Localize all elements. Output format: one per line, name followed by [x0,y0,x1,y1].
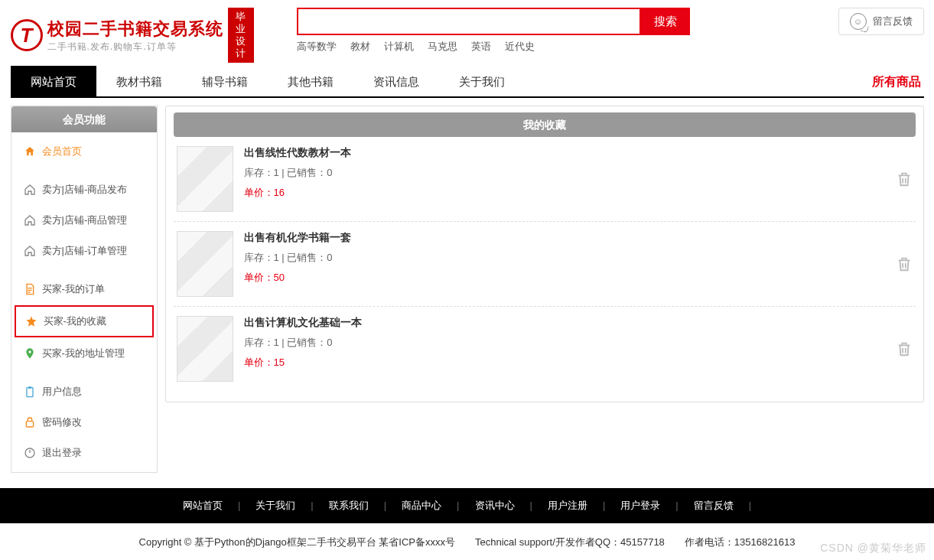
sidebar-item-label: 退出登录 [42,446,82,460]
sidebar-item-label: 买家-我的地址管理 [42,347,125,360]
search-button[interactable]: 搜索 [641,8,690,35]
nav-all-products[interactable]: 所有商品 [872,66,924,96]
svg-rect-1 [27,388,33,397]
sidebar-item[interactable]: 买家-我的订单 [15,275,154,304]
power-icon [24,447,36,459]
home-outline-icon [24,184,36,196]
sidebar-item[interactable]: 用户信息 [15,377,154,406]
nav-item[interactable]: 辅导书籍 [182,66,268,96]
logo-title: 校园二手书籍交易系统 [47,18,223,41]
favorite-item: 出售有机化学书籍一套库存：1 | 已销售：0单价：50 [174,222,916,307]
hot-keyword[interactable]: 英语 [471,40,491,54]
book-thumbnail[interactable] [177,316,233,382]
logo-subtitle: 二手书籍.发布.购物车.订单等 [47,41,223,54]
sidebar-item-label: 买家-我的收藏 [44,314,106,328]
doc-icon [24,283,36,295]
sidebar-item-label: 密码修改 [42,415,82,429]
svg-point-0 [28,350,31,353]
headset-icon: ☺ [850,13,867,30]
footer-link[interactable]: 用户注册 [540,500,595,511]
sidebar-item[interactable]: 卖方|店铺-商品管理 [15,206,154,235]
sidebar-item-label: 买家-我的订单 [42,282,105,296]
sidebar-item-label: 卖方|店铺-订单管理 [42,244,128,258]
nav-item[interactable]: 教材书籍 [96,66,182,96]
favorite-item: 出售线性代数教材一本库存：1 | 已销售：0单价：16 [174,137,916,222]
favorite-price: 单价：50 [244,271,351,285]
book-thumbnail[interactable] [177,231,233,297]
book-thumbnail[interactable] [177,146,233,212]
sidebar: 会员功能 会员首页卖方|店铺-商品发布卖方|店铺-商品管理卖方|店铺-订单管理买… [11,106,158,473]
delete-icon[interactable] [896,340,913,358]
sidebar-item-label: 会员首页 [42,145,82,158]
favorite-stock: 库存：1 | 已销售：0 [244,336,362,350]
nav-item[interactable]: 资讯信息 [353,66,439,96]
favorite-stock: 库存：1 | 已销售：0 [244,251,351,265]
location-icon [24,347,36,360]
hot-keyword[interactable]: 近代史 [505,40,535,54]
delete-icon[interactable] [896,255,913,273]
svg-rect-2 [28,386,31,389]
footer-link[interactable]: 联系我们 [321,500,376,511]
sidebar-item[interactable]: 卖方|店铺-商品发布 [15,175,154,204]
star-icon [25,315,37,327]
sidebar-item[interactable]: 会员首页 [15,137,154,166]
footer-link[interactable]: 网站首页 [175,500,230,511]
footer-link[interactable]: 关于我们 [248,500,303,511]
home-outline-icon [24,214,36,226]
content-panel: 我的收藏 出售线性代数教材一本库存：1 | 已销售：0单价：16出售有机化学书籍… [165,106,924,402]
favorite-stock: 库存：1 | 已销售：0 [244,166,351,180]
sidebar-item[interactable]: 退出登录 [15,438,154,467]
footer-link[interactable]: 留言反馈 [686,500,741,511]
sidebar-item[interactable]: 买家-我的地址管理 [15,339,154,368]
footer-link[interactable]: 商品中心 [394,500,449,511]
sidebar-item[interactable]: 密码修改 [15,408,154,437]
nav-item[interactable]: 网站首页 [11,66,96,96]
sidebar-item[interactable]: 买家-我的收藏 [15,305,154,337]
footer-nav: 网站首页|关于我们|联系我们|商品中心|资讯中心|用户注册|用户登录|留言反馈| [0,488,934,523]
favorite-price: 单价：15 [244,356,362,370]
favorite-title[interactable]: 出售有机化学书籍一套 [244,231,351,245]
favorite-price: 单价：16 [244,186,351,200]
nav-item[interactable]: 其他书籍 [268,66,353,96]
logo[interactable]: T 校园二手书籍交易系统 二手书籍.发布.购物车.订单等 毕业设计 [11,8,254,63]
footer-link[interactable]: 用户登录 [613,500,668,511]
feedback-button[interactable]: ☺ 留言反馈 [838,8,924,35]
hot-keyword[interactable]: 教材 [350,40,370,54]
home-orange-icon [24,145,36,158]
lock-icon [24,416,36,428]
favorite-item: 出售计算机文化基础一本库存：1 | 已销售：0单价：15 [174,307,916,391]
delete-icon[interactable] [896,170,913,188]
logo-badge: 毕业设计 [228,8,254,63]
svg-rect-3 [26,422,33,427]
hot-keywords: 高等数学教材计算机马克思英语近代史 [297,40,690,54]
logo-icon: T [11,19,43,51]
sidebar-item[interactable]: 卖方|店铺-订单管理 [15,236,154,265]
hot-keyword[interactable]: 马克思 [428,40,457,54]
sidebar-item-label: 卖方|店铺-商品发布 [42,183,128,197]
hot-keyword[interactable]: 计算机 [384,40,414,54]
home-outline-icon [24,245,36,257]
clipboard-icon [24,386,36,398]
copyright-text: Copyright © 基于Python的Django框架二手书交易平台 某省I… [0,523,934,560]
favorite-title[interactable]: 出售计算机文化基础一本 [244,316,362,330]
feedback-label: 留言反馈 [873,15,913,28]
nav-item[interactable]: 关于我们 [439,66,525,96]
footer-link[interactable]: 资讯中心 [467,500,522,511]
hot-keyword[interactable]: 高等数学 [297,40,337,54]
search-input[interactable] [297,8,641,35]
sidebar-item-label: 卖方|店铺-商品管理 [42,213,128,227]
main-nav: 网站首页教材书籍辅导书籍其他书籍资讯信息关于我们所有商品 [11,66,924,98]
sidebar-header: 会员功能 [11,106,157,132]
favorite-title[interactable]: 出售线性代数教材一本 [244,146,351,160]
content-title: 我的收藏 [174,112,916,137]
sidebar-item-label: 用户信息 [42,385,82,399]
